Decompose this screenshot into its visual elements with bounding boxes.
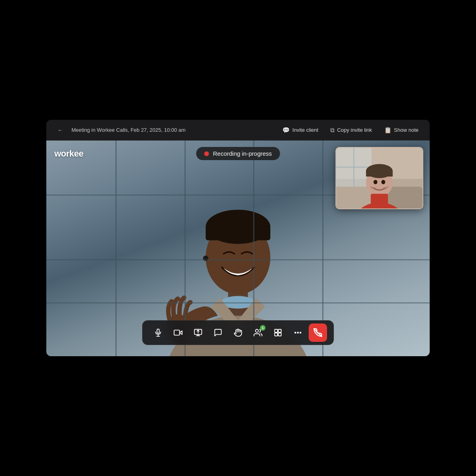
svg-rect-27 xyxy=(174,330,180,335)
recording-label: Recording in-progress xyxy=(213,150,272,157)
svg-rect-6 xyxy=(206,227,270,240)
back-button[interactable]: ← xyxy=(53,125,67,135)
microphone-button[interactable] xyxy=(149,323,167,342)
note-icon: 📋 xyxy=(384,127,392,134)
svg-rect-22 xyxy=(371,194,388,208)
svg-rect-19 xyxy=(366,171,393,177)
chat-icon xyxy=(214,328,222,337)
meeting-title: Meeting in Workee Calls, Feb 27, 2025, 1… xyxy=(71,127,186,133)
end-call-button[interactable] xyxy=(309,323,327,342)
svg-rect-32 xyxy=(275,329,278,332)
camera-button[interactable] xyxy=(169,323,187,342)
chat-button[interactable] xyxy=(209,323,227,342)
participants-count-badge: 1 xyxy=(260,325,266,331)
share-screen-button[interactable] xyxy=(189,323,207,342)
svg-point-37 xyxy=(298,332,299,333)
svg-point-21 xyxy=(381,180,385,184)
pip-video xyxy=(335,147,423,209)
controls-bar: 1 xyxy=(142,320,334,345)
top-bar-left: ← Meeting in Workee Calls, Feb 27, 2025,… xyxy=(53,125,186,135)
svg-marker-26 xyxy=(180,331,182,334)
layout-icon xyxy=(274,328,282,337)
microphone-icon xyxy=(154,328,163,337)
svg-rect-34 xyxy=(275,333,278,336)
copy-invite-link-button[interactable]: ⧉ Copy invite link xyxy=(325,124,377,136)
more-icon xyxy=(294,328,302,337)
top-bar-right: 💬 Invite client ⧉ Copy invite link 📋 Sho… xyxy=(278,124,423,136)
svg-rect-35 xyxy=(278,333,281,336)
svg-point-20 xyxy=(373,180,377,184)
svg-point-38 xyxy=(300,332,301,333)
participants-button[interactable]: 1 xyxy=(249,323,267,342)
svg-rect-23 xyxy=(157,329,159,333)
copy-invite-link-label: Copy invite link xyxy=(337,127,372,133)
back-icon: ← xyxy=(58,127,63,133)
camera-icon xyxy=(174,328,182,337)
svg-point-36 xyxy=(295,332,296,333)
svg-point-7 xyxy=(203,256,208,261)
svg-rect-33 xyxy=(278,329,281,332)
show-note-button[interactable]: 📋 Show note xyxy=(379,124,423,136)
recording-dot xyxy=(204,151,209,156)
invite-client-icon: 💬 xyxy=(282,127,290,134)
pip-participant-svg xyxy=(336,148,422,208)
app-container: ← Meeting in Workee Calls, Feb 27, 2025,… xyxy=(46,120,430,356)
top-bar: ← Meeting in Workee Calls, Feb 27, 2025,… xyxy=(46,120,430,141)
layout-button[interactable] xyxy=(269,323,287,342)
invite-client-button[interactable]: 💬 Invite client xyxy=(278,124,323,136)
end-call-icon xyxy=(313,328,322,337)
more-button[interactable] xyxy=(289,323,307,342)
pip-participant xyxy=(336,148,422,208)
video-area: workee Recording in-progress xyxy=(46,141,430,356)
invite-client-label: Invite client xyxy=(292,127,318,133)
raise-hand-icon xyxy=(234,328,242,337)
show-note-label: Show note xyxy=(394,127,418,133)
raise-hand-button[interactable] xyxy=(229,323,247,342)
workee-logo: workee xyxy=(54,149,83,159)
svg-point-31 xyxy=(256,329,258,332)
recording-badge: Recording in-progress xyxy=(196,147,280,160)
copy-link-icon: ⧉ xyxy=(330,127,335,134)
share-screen-icon xyxy=(194,328,202,337)
